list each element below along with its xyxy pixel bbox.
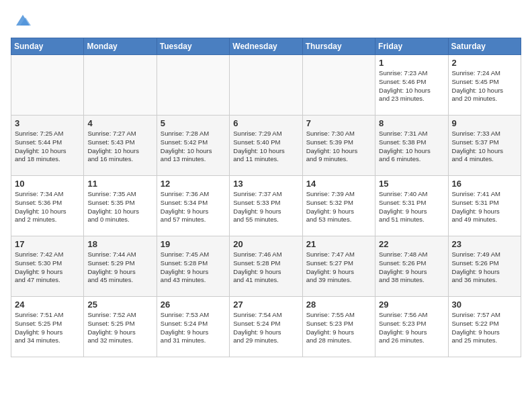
day-number: 24 <box>15 300 80 310</box>
calendar-day-cell: 2Sunrise: 7:24 AM Sunset: 5:45 PM Daylig… <box>448 55 521 116</box>
day-info: Sunrise: 7:24 AM Sunset: 5:45 PM Dayligh… <box>452 69 517 103</box>
day-number: 23 <box>452 239 517 249</box>
calendar-day-cell: 20Sunrise: 7:46 AM Sunset: 5:28 PM Dayli… <box>230 236 302 297</box>
weekday-header: Sunday <box>11 38 84 55</box>
calendar-day-cell <box>230 55 302 116</box>
day-info: Sunrise: 7:54 AM Sunset: 5:24 PM Dayligh… <box>233 311 298 345</box>
calendar-day-cell: 1Sunrise: 7:23 AM Sunset: 5:46 PM Daylig… <box>375 55 448 116</box>
day-number: 17 <box>15 239 80 249</box>
calendar-day-cell: 27Sunrise: 7:54 AM Sunset: 5:24 PM Dayli… <box>230 297 302 357</box>
day-info: Sunrise: 7:27 AM Sunset: 5:43 PM Dayligh… <box>87 130 152 164</box>
calendar-day-cell: 8Sunrise: 7:31 AM Sunset: 5:38 PM Daylig… <box>375 116 448 176</box>
day-number: 27 <box>233 300 298 310</box>
weekday-header: Saturday <box>448 38 521 55</box>
day-info: Sunrise: 7:57 AM Sunset: 5:22 PM Dayligh… <box>452 311 517 345</box>
day-number: 21 <box>306 239 371 249</box>
calendar-week-row: 3Sunrise: 7:25 AM Sunset: 5:44 PM Daylig… <box>11 116 521 176</box>
calendar-day-cell <box>157 55 229 116</box>
day-number: 29 <box>379 300 444 310</box>
calendar-day-cell: 29Sunrise: 7:56 AM Sunset: 5:23 PM Dayli… <box>375 297 448 357</box>
calendar-week-row: 17Sunrise: 7:42 AM Sunset: 5:30 PM Dayli… <box>11 236 521 297</box>
logo <box>11 11 32 30</box>
day-number: 7 <box>306 118 371 128</box>
day-number: 2 <box>452 58 517 68</box>
day-info: Sunrise: 7:56 AM Sunset: 5:23 PM Dayligh… <box>379 311 444 345</box>
weekday-header: Thursday <box>302 38 375 55</box>
calendar-week-row: 24Sunrise: 7:51 AM Sunset: 5:25 PM Dayli… <box>11 297 521 357</box>
calendar-day-cell: 22Sunrise: 7:48 AM Sunset: 5:26 PM Dayli… <box>375 236 448 297</box>
day-number: 26 <box>161 300 226 310</box>
calendar-day-cell: 25Sunrise: 7:52 AM Sunset: 5:25 PM Dayli… <box>84 297 157 357</box>
day-number: 1 <box>379 58 444 68</box>
calendar-day-cell <box>84 55 157 116</box>
day-info: Sunrise: 7:52 AM Sunset: 5:25 PM Dayligh… <box>87 311 152 345</box>
calendar-day-cell: 13Sunrise: 7:37 AM Sunset: 5:33 PM Dayli… <box>230 176 302 236</box>
calendar-day-cell: 23Sunrise: 7:49 AM Sunset: 5:26 PM Dayli… <box>448 236 521 297</box>
weekday-header: Wednesday <box>230 38 302 55</box>
page-header <box>11 11 521 30</box>
calendar-day-cell: 4Sunrise: 7:27 AM Sunset: 5:43 PM Daylig… <box>84 116 157 176</box>
day-info: Sunrise: 7:31 AM Sunset: 5:38 PM Dayligh… <box>379 130 444 164</box>
calendar-day-cell: 7Sunrise: 7:30 AM Sunset: 5:39 PM Daylig… <box>302 116 375 176</box>
calendar-day-cell: 9Sunrise: 7:33 AM Sunset: 5:37 PM Daylig… <box>448 116 521 176</box>
day-number: 30 <box>452 300 517 310</box>
day-info: Sunrise: 7:53 AM Sunset: 5:24 PM Dayligh… <box>161 311 226 345</box>
day-info: Sunrise: 7:40 AM Sunset: 5:31 PM Dayligh… <box>379 190 444 224</box>
day-number: 8 <box>379 118 444 128</box>
day-number: 22 <box>379 239 444 249</box>
calendar-day-cell: 3Sunrise: 7:25 AM Sunset: 5:44 PM Daylig… <box>11 116 84 176</box>
day-info: Sunrise: 7:48 AM Sunset: 5:26 PM Dayligh… <box>379 250 444 285</box>
day-info: Sunrise: 7:39 AM Sunset: 5:32 PM Dayligh… <box>306 190 371 224</box>
calendar-day-cell: 17Sunrise: 7:42 AM Sunset: 5:30 PM Dayli… <box>11 236 84 297</box>
day-number: 12 <box>161 179 226 189</box>
calendar-day-cell: 15Sunrise: 7:40 AM Sunset: 5:31 PM Dayli… <box>375 176 448 236</box>
day-info: Sunrise: 7:42 AM Sunset: 5:30 PM Dayligh… <box>15 250 80 285</box>
calendar-day-cell: 24Sunrise: 7:51 AM Sunset: 5:25 PM Dayli… <box>11 297 84 357</box>
calendar-table: SundayMondayTuesdayWednesdayThursdayFrid… <box>11 38 521 357</box>
day-info: Sunrise: 7:47 AM Sunset: 5:27 PM Dayligh… <box>306 250 371 285</box>
calendar-day-cell: 16Sunrise: 7:41 AM Sunset: 5:31 PM Dayli… <box>448 176 521 236</box>
calendar-header-row: SundayMondayTuesdayWednesdayThursdayFrid… <box>11 38 521 55</box>
day-number: 16 <box>452 179 517 189</box>
day-number: 25 <box>87 300 152 310</box>
calendar-day-cell: 10Sunrise: 7:34 AM Sunset: 5:36 PM Dayli… <box>11 176 84 236</box>
day-info: Sunrise: 7:36 AM Sunset: 5:34 PM Dayligh… <box>161 190 226 224</box>
calendar-day-cell: 21Sunrise: 7:47 AM Sunset: 5:27 PM Dayli… <box>302 236 375 297</box>
day-number: 9 <box>452 118 517 128</box>
day-number: 20 <box>233 239 298 249</box>
day-info: Sunrise: 7:33 AM Sunset: 5:37 PM Dayligh… <box>452 130 517 164</box>
calendar-day-cell <box>11 55 84 116</box>
calendar-day-cell: 19Sunrise: 7:45 AM Sunset: 5:28 PM Dayli… <box>157 236 229 297</box>
calendar-day-cell: 12Sunrise: 7:36 AM Sunset: 5:34 PM Dayli… <box>157 176 229 236</box>
day-info: Sunrise: 7:44 AM Sunset: 5:29 PM Dayligh… <box>87 250 152 285</box>
day-number: 3 <box>15 118 80 128</box>
calendar-week-row: 10Sunrise: 7:34 AM Sunset: 5:36 PM Dayli… <box>11 176 521 236</box>
calendar-day-cell: 18Sunrise: 7:44 AM Sunset: 5:29 PM Dayli… <box>84 236 157 297</box>
calendar-day-cell: 5Sunrise: 7:28 AM Sunset: 5:42 PM Daylig… <box>157 116 229 176</box>
day-info: Sunrise: 7:30 AM Sunset: 5:39 PM Dayligh… <box>306 130 371 164</box>
day-info: Sunrise: 7:55 AM Sunset: 5:23 PM Dayligh… <box>306 311 371 345</box>
day-info: Sunrise: 7:29 AM Sunset: 5:40 PM Dayligh… <box>233 130 298 164</box>
day-number: 18 <box>87 239 152 249</box>
calendar-day-cell <box>302 55 375 116</box>
day-info: Sunrise: 7:41 AM Sunset: 5:31 PM Dayligh… <box>452 190 517 224</box>
weekday-header: Monday <box>84 38 157 55</box>
day-info: Sunrise: 7:28 AM Sunset: 5:42 PM Dayligh… <box>161 130 226 164</box>
calendar-day-cell: 6Sunrise: 7:29 AM Sunset: 5:40 PM Daylig… <box>230 116 302 176</box>
weekday-header: Friday <box>375 38 448 55</box>
calendar-day-cell: 26Sunrise: 7:53 AM Sunset: 5:24 PM Dayli… <box>157 297 229 357</box>
day-number: 19 <box>161 239 226 249</box>
calendar-day-cell: 30Sunrise: 7:57 AM Sunset: 5:22 PM Dayli… <box>448 297 521 357</box>
day-number: 5 <box>161 118 226 128</box>
calendar-week-row: 1Sunrise: 7:23 AM Sunset: 5:46 PM Daylig… <box>11 55 521 116</box>
logo-icon <box>13 11 32 30</box>
day-number: 6 <box>233 118 298 128</box>
day-info: Sunrise: 7:37 AM Sunset: 5:33 PM Dayligh… <box>233 190 298 224</box>
day-info: Sunrise: 7:46 AM Sunset: 5:28 PM Dayligh… <box>233 250 298 285</box>
weekday-header: Tuesday <box>157 38 229 55</box>
calendar-day-cell: 14Sunrise: 7:39 AM Sunset: 5:32 PM Dayli… <box>302 176 375 236</box>
day-info: Sunrise: 7:45 AM Sunset: 5:28 PM Dayligh… <box>161 250 226 285</box>
day-info: Sunrise: 7:34 AM Sunset: 5:36 PM Dayligh… <box>15 190 80 224</box>
day-number: 10 <box>15 179 80 189</box>
day-number: 11 <box>87 179 152 189</box>
